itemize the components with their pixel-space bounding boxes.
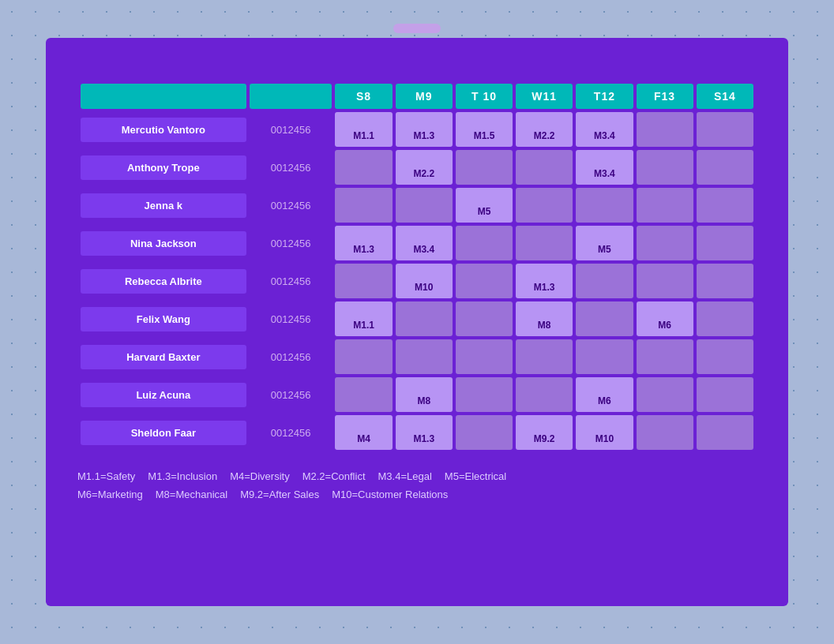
schedule-cell: [335, 150, 392, 185]
training-slot: M1.5: [456, 112, 513, 147]
schedule-cell: M3.4: [576, 150, 633, 185]
employee-id: 0012456: [250, 383, 332, 407]
schedule-cell: [637, 188, 693, 223]
schedule-cell: M10: [396, 264, 453, 298]
empty-slot: [637, 150, 693, 185]
legend-item: M5=Electrical: [445, 470, 506, 482]
schedule-cell: [456, 226, 513, 260]
schedule-cell: [516, 226, 573, 260]
schedule-cell: M9.2: [516, 415, 573, 450]
schedule-cell: [516, 188, 573, 223]
training-slot: M3.4: [396, 226, 453, 260]
training-slot: M3.4: [576, 112, 633, 147]
training-slot: M2.2: [396, 150, 453, 185]
empty-slot: [697, 415, 753, 450]
schedule-cell: [697, 339, 753, 374]
header-day-6: S14: [697, 84, 753, 109]
empty-slot: [335, 188, 392, 223]
training-slot: M3.4: [576, 150, 633, 185]
employee-name: Anthony Trope: [81, 155, 246, 180]
schedule-cell: [576, 188, 633, 223]
schedule-cell: M2.2: [516, 112, 573, 147]
legend-item: M1.3=Inclusion: [148, 470, 217, 482]
empty-slot: [697, 264, 753, 298]
training-slot: M8: [516, 301, 573, 336]
schedule-cell: [335, 264, 392, 298]
training-slot: M10: [576, 415, 633, 450]
empty-slot: [697, 150, 753, 185]
schedule-cell: M1.5: [456, 112, 513, 147]
schedule-cell: M4: [335, 415, 392, 450]
header-id: [250, 84, 332, 109]
date-badge: [393, 24, 441, 33]
schedule-cell: [396, 339, 453, 374]
employee-name: Sheldon Faar: [81, 421, 246, 445]
empty-slot: [637, 188, 693, 223]
employee-id: 0012456: [250, 193, 332, 218]
empty-slot: [576, 188, 633, 223]
schedule-cell: [456, 150, 513, 185]
employee-name: Luiz Acuna: [81, 383, 246, 407]
schedule-cell: [576, 264, 633, 298]
empty-slot: [516, 150, 573, 185]
schedule-cell: M6: [576, 377, 633, 412]
empty-slot: [697, 377, 753, 412]
schedule-cell: M5: [576, 226, 633, 260]
schedule-cell: [697, 264, 753, 298]
empty-slot: [697, 112, 753, 147]
schedule-cell: [576, 301, 633, 336]
empty-slot: [697, 301, 753, 336]
schedule-cell: M10: [576, 415, 633, 450]
legend: M1.1=SafetyM1.3=InclusionM4=DiversityM2.…: [77, 467, 757, 504]
training-slot: M4: [335, 415, 392, 450]
legend-item: M9.2=After Sales: [240, 489, 319, 500]
schedule-cell: [697, 226, 753, 260]
employee-id: 0012456: [250, 269, 332, 294]
empty-slot: [456, 377, 513, 412]
legend-item: M8=Mechanical: [156, 489, 227, 500]
legend-item: M2.2=Conflict: [302, 470, 366, 482]
header-day-0: S8: [335, 84, 392, 109]
empty-slot: [456, 415, 513, 450]
legend-item: M3.4=Legal: [378, 470, 432, 482]
schedule-cell: M3.4: [396, 226, 453, 260]
employee-name: Jenna k: [81, 193, 246, 218]
training-slot: M6: [576, 377, 633, 412]
empty-slot: [335, 264, 392, 298]
schedule-cell: M3.4: [576, 112, 633, 147]
header-day-5: F13: [637, 84, 693, 109]
schedule-cell: [396, 301, 453, 336]
schedule-cell: [697, 188, 753, 223]
empty-slot: [456, 301, 513, 336]
schedule-cell: [637, 377, 693, 412]
training-slot: M1.3: [516, 264, 573, 298]
empty-slot: [516, 226, 573, 260]
schedule-cell: [697, 150, 753, 185]
empty-slot: [516, 339, 573, 374]
schedule-cell: [335, 339, 392, 374]
employee-id: 0012456: [250, 345, 332, 369]
schedule-table: S8 M9 T 10 W11 T12 F13 S14 Mercutio Vant…: [77, 80, 757, 453]
legend-item: M4=Diversity: [230, 470, 290, 482]
schedule-cell: [335, 188, 392, 223]
employee-id: 0012456: [250, 307, 332, 331]
employee-name: Mercutio Vantoro: [81, 118, 246, 142]
header-day-4: T12: [576, 84, 633, 109]
schedule-cell: [637, 150, 693, 185]
empty-slot: [697, 339, 753, 374]
employee-id: 0012456: [250, 421, 332, 445]
schedule-cell: [697, 301, 753, 336]
schedule-cell: [697, 377, 753, 412]
empty-slot: [396, 339, 453, 374]
training-slot: M1.3: [396, 112, 453, 147]
training-slot: M5: [456, 188, 513, 223]
training-slot: M1.3: [335, 226, 392, 260]
schedule-cell: [335, 377, 392, 412]
schedule-cell: [637, 415, 693, 450]
schedule-cell: [637, 264, 693, 298]
schedule-cell: [456, 301, 513, 336]
schedule-cell: M5: [456, 188, 513, 223]
training-slot: M9.2: [516, 415, 573, 450]
empty-slot: [456, 339, 513, 374]
employee-id: 0012456: [250, 155, 332, 180]
